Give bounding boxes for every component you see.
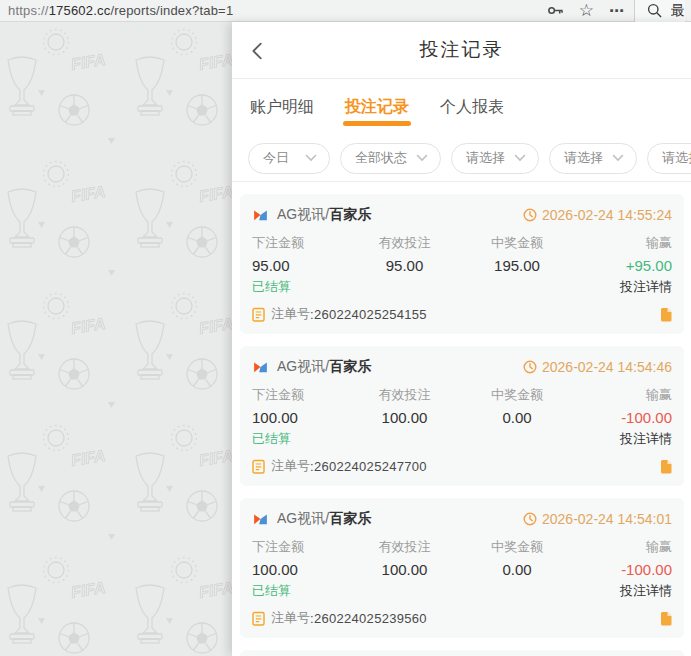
provider-logo-icon: [252, 207, 269, 224]
tab-personal-report[interactable]: 个人报表: [438, 82, 506, 133]
valid-bet-value: 95.00: [352, 256, 457, 276]
col-label-bet-amount: 下注金额: [252, 234, 352, 252]
col-label-payout: 中奖金额: [457, 234, 577, 252]
bet-record-card: AG视讯/ 百家乐 2026-02-24 14:55:24 下注金额 有效投注 …: [240, 194, 684, 334]
col-label-bet-amount: 下注金额: [252, 538, 352, 556]
copy-icon[interactable]: [659, 307, 672, 322]
back-icon[interactable]: [247, 40, 269, 62]
col-label-payout: 中奖金额: [457, 386, 577, 404]
col-label-valid-bet: 有效投注: [352, 386, 457, 404]
browser-menu-label[interactable]: 最: [671, 2, 685, 20]
copy-icon[interactable]: [659, 611, 672, 626]
provider-name: AG视讯/: [277, 358, 329, 376]
payout-value: 0.00: [457, 560, 577, 580]
order-number-label: 注单号: [271, 609, 310, 627]
order-number-label: 注单号: [271, 305, 310, 323]
col-label-valid-bet: 有效投注: [352, 234, 457, 252]
status-badge: 已结算: [252, 430, 291, 448]
filter-select-3-value: 请选择: [466, 149, 505, 167]
page-header: 投注记录: [232, 22, 691, 79]
winloss-value: -100.00: [577, 408, 672, 428]
game-name: 百家乐: [329, 510, 371, 528]
filter-select-4-value: 请选择: [564, 149, 603, 167]
filter-date-select[interactable]: 今日: [248, 143, 330, 174]
provider-name: AG视讯/: [277, 510, 329, 528]
status-badge: 已结算: [252, 278, 291, 296]
bet-amount-value: 95.00: [252, 256, 352, 276]
payout-value: 195.00: [457, 256, 577, 276]
chevron-down-icon: [305, 154, 317, 162]
chevron-down-icon: [612, 154, 624, 162]
tab-bar: 账户明细 投注记录 个人报表: [232, 79, 691, 135]
order-number-value: :260224025254155: [310, 307, 427, 322]
filter-status-select[interactable]: 全部状态: [340, 143, 441, 174]
reports-panel: 投注记录 账户明细 投注记录 个人报表 今日 全部状态 请选择 请选择: [232, 22, 691, 656]
bet-detail-link[interactable]: 投注详情: [620, 430, 672, 448]
clock-icon: [523, 208, 537, 222]
provider-logo-icon: [252, 359, 269, 376]
valid-bet-value: 100.00: [352, 408, 457, 428]
bet-record-card: AG视讯/ 百家乐 2026-02-24 14:54:01 下注金额 有效投注 …: [240, 498, 684, 638]
records-list: AG视讯/ 百家乐 2026-02-24 14:55:24 下注金额 有效投注 …: [232, 182, 691, 656]
col-label-winloss: 输赢: [577, 538, 672, 556]
col-label-winloss: 输赢: [577, 386, 672, 404]
payout-value: 0.00: [457, 408, 577, 428]
status-badge: 已结算: [252, 582, 291, 600]
filter-select-5[interactable]: 请选择: [647, 143, 691, 174]
fifa-watermark-background: FIFA: [0, 22, 232, 656]
order-number-value: :260224025239560: [310, 611, 427, 626]
clock-icon: [523, 512, 537, 526]
filter-select-3[interactable]: 请选择: [451, 143, 539, 174]
search-icon[interactable]: [647, 3, 662, 18]
winloss-value: -100.00: [577, 560, 672, 580]
browser-search-zone: 最: [634, 0, 685, 22]
bet-timestamp: 2026-02-24 14:55:24: [542, 207, 672, 223]
order-note-icon: [252, 307, 265, 322]
tab-bet-records[interactable]: 投注记录: [343, 82, 411, 133]
filter-bar: 今日 全部状态 请选择 请选择 请选择: [232, 135, 691, 182]
bet-timestamp: 2026-02-24 14:54:01: [542, 511, 672, 527]
more-options-icon[interactable]: ⋯: [609, 3, 624, 18]
filter-status-value: 全部状态: [355, 149, 407, 167]
url-path: /reports/index?tab=1: [110, 3, 233, 18]
provider-name: AG视讯/: [277, 206, 329, 224]
chevron-down-icon: [416, 154, 428, 162]
order-number-value: :260224025247700: [310, 459, 427, 474]
copy-icon[interactable]: [659, 459, 672, 474]
page-title: 投注记录: [420, 37, 504, 63]
clock-icon: [523, 360, 537, 374]
bet-record-card: AG视讯/ 百家乐 2026-02-24 14:53:16 下注金额 有效投注 …: [240, 650, 684, 656]
game-name: 百家乐: [329, 206, 371, 224]
col-label-payout: 中奖金额: [457, 538, 577, 556]
url-field[interactable]: https://175602.cc/reports/index?tab=1: [8, 3, 547, 18]
filter-date-value: 今日: [263, 149, 289, 167]
game-name: 百家乐: [329, 358, 371, 376]
valid-bet-value: 100.00: [352, 560, 457, 580]
url-scheme: https://: [8, 3, 49, 18]
tab-account-details[interactable]: 账户明细: [248, 82, 316, 133]
bookmark-star-icon[interactable]: ☆: [579, 2, 594, 19]
chevron-down-icon: [514, 154, 526, 162]
col-label-winloss: 输赢: [577, 234, 672, 252]
bet-timestamp: 2026-02-24 14:54:46: [542, 359, 672, 375]
provider-logo-icon: [252, 511, 269, 528]
bet-detail-link[interactable]: 投注详情: [620, 278, 672, 296]
col-label-valid-bet: 有效投注: [352, 538, 457, 556]
bet-amount-value: 100.00: [252, 560, 352, 580]
url-domain: 175602.cc: [49, 3, 111, 18]
bet-amount-value: 100.00: [252, 408, 352, 428]
order-note-icon: [252, 459, 265, 474]
key-icon[interactable]: [547, 4, 564, 17]
filter-select-5-value: 请选择: [662, 149, 691, 167]
bet-detail-link[interactable]: 投注详情: [620, 582, 672, 600]
winloss-value: +95.00: [577, 256, 672, 276]
app-viewport: FIFA 投注记录 账户明细 投注记录 个人报表: [0, 22, 691, 656]
order-number-label: 注单号: [271, 457, 310, 475]
browser-address-bar: https://175602.cc/reports/index?tab=1 ☆ …: [0, 0, 691, 22]
col-label-bet-amount: 下注金额: [252, 386, 352, 404]
bet-record-card: AG视讯/ 百家乐 2026-02-24 14:54:46 下注金额 有效投注 …: [240, 346, 684, 486]
order-note-icon: [252, 611, 265, 626]
filter-select-4[interactable]: 请选择: [549, 143, 637, 174]
